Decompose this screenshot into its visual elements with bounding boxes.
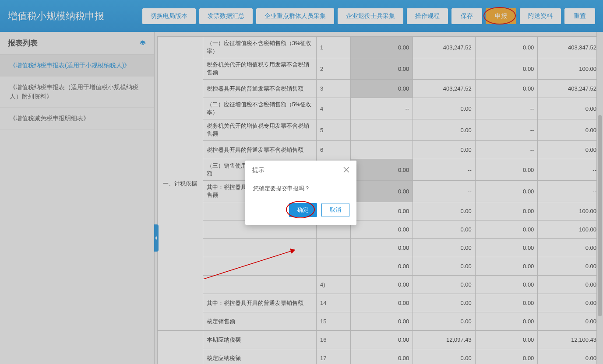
modal-overlay: 提示 您确定要提交申报吗？ 确定 取消 — [0, 0, 603, 364]
dialog-title: 提示 — [252, 166, 264, 174]
confirm-dialog: 提示 您确定要提交申报吗？ 确定 取消 — [245, 161, 356, 225]
close-icon — [343, 167, 349, 173]
annotation-arrow-icon — [203, 248, 304, 279]
dialog-close-button[interactable] — [343, 166, 349, 175]
dialog-footer: 确定 取消 — [245, 203, 356, 225]
dialog-header: 提示 — [245, 161, 356, 180]
dialog-message: 您确定要提交申报吗？ — [245, 180, 356, 203]
svg-line-0 — [203, 250, 295, 279]
dialog-cancel-button[interactable]: 取消 — [321, 203, 349, 217]
dialog-ok-button[interactable]: 确定 — [289, 203, 317, 217]
dialog-ok-label: 确定 — [297, 206, 309, 213]
svg-marker-1 — [290, 248, 295, 254]
